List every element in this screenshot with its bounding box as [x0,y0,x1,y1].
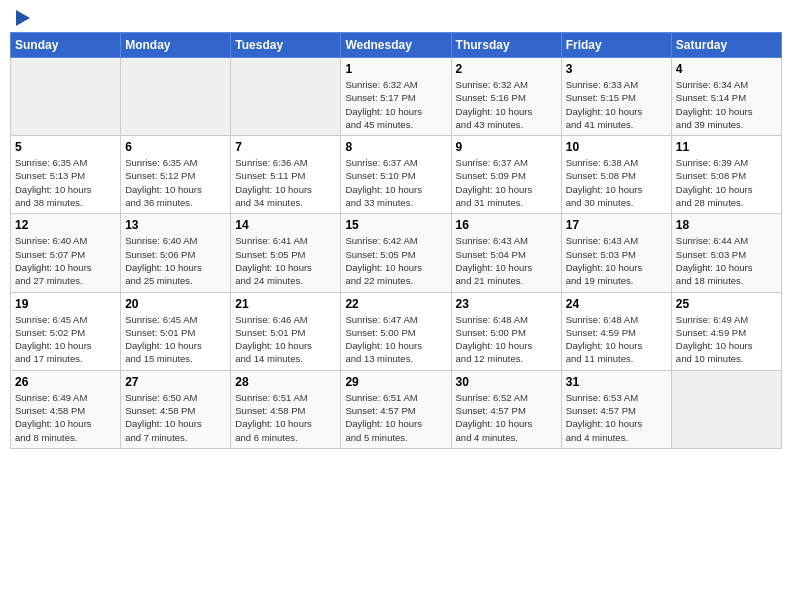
weekday-header-thursday: Thursday [451,33,561,58]
day-number: 4 [676,62,777,76]
day-number: 15 [345,218,446,232]
day-info: Sunrise: 6:40 AMSunset: 5:06 PMDaylight:… [125,234,226,287]
day-number: 5 [15,140,116,154]
calendar-cell: 17Sunrise: 6:43 AMSunset: 5:03 PMDayligh… [561,214,671,292]
day-info: Sunrise: 6:48 AMSunset: 5:00 PMDaylight:… [456,313,557,366]
day-number: 11 [676,140,777,154]
day-number: 12 [15,218,116,232]
day-info: Sunrise: 6:50 AMSunset: 4:58 PMDaylight:… [125,391,226,444]
calendar-cell: 12Sunrise: 6:40 AMSunset: 5:07 PMDayligh… [11,214,121,292]
calendar-cell: 28Sunrise: 6:51 AMSunset: 4:58 PMDayligh… [231,370,341,448]
day-info: Sunrise: 6:51 AMSunset: 4:57 PMDaylight:… [345,391,446,444]
calendar-cell [671,370,781,448]
weekday-header-monday: Monday [121,33,231,58]
day-info: Sunrise: 6:38 AMSunset: 5:08 PMDaylight:… [566,156,667,209]
logo-arrow-icon [16,10,30,26]
day-info: Sunrise: 6:51 AMSunset: 4:58 PMDaylight:… [235,391,336,444]
day-info: Sunrise: 6:45 AMSunset: 5:01 PMDaylight:… [125,313,226,366]
calendar-cell: 24Sunrise: 6:48 AMSunset: 4:59 PMDayligh… [561,292,671,370]
day-number: 27 [125,375,226,389]
calendar-cell: 18Sunrise: 6:44 AMSunset: 5:03 PMDayligh… [671,214,781,292]
calendar-cell: 29Sunrise: 6:51 AMSunset: 4:57 PMDayligh… [341,370,451,448]
weekday-header-sunday: Sunday [11,33,121,58]
day-info: Sunrise: 6:46 AMSunset: 5:01 PMDaylight:… [235,313,336,366]
calendar-body: 1Sunrise: 6:32 AMSunset: 5:17 PMDaylight… [11,58,782,449]
calendar-week-4: 19Sunrise: 6:45 AMSunset: 5:02 PMDayligh… [11,292,782,370]
day-number: 18 [676,218,777,232]
day-info: Sunrise: 6:49 AMSunset: 4:58 PMDaylight:… [15,391,116,444]
calendar-cell: 22Sunrise: 6:47 AMSunset: 5:00 PMDayligh… [341,292,451,370]
weekday-header-saturday: Saturday [671,33,781,58]
calendar-week-5: 26Sunrise: 6:49 AMSunset: 4:58 PMDayligh… [11,370,782,448]
calendar-cell: 19Sunrise: 6:45 AMSunset: 5:02 PMDayligh… [11,292,121,370]
day-number: 30 [456,375,557,389]
day-info: Sunrise: 6:37 AMSunset: 5:09 PMDaylight:… [456,156,557,209]
calendar-week-3: 12Sunrise: 6:40 AMSunset: 5:07 PMDayligh… [11,214,782,292]
day-info: Sunrise: 6:40 AMSunset: 5:07 PMDaylight:… [15,234,116,287]
weekday-row: SundayMondayTuesdayWednesdayThursdayFrid… [11,33,782,58]
day-number: 23 [456,297,557,311]
day-number: 1 [345,62,446,76]
calendar-cell: 16Sunrise: 6:43 AMSunset: 5:04 PMDayligh… [451,214,561,292]
calendar-cell: 25Sunrise: 6:49 AMSunset: 4:59 PMDayligh… [671,292,781,370]
day-info: Sunrise: 6:32 AMSunset: 5:16 PMDaylight:… [456,78,557,131]
calendar-cell: 13Sunrise: 6:40 AMSunset: 5:06 PMDayligh… [121,214,231,292]
day-number: 10 [566,140,667,154]
calendar: SundayMondayTuesdayWednesdayThursdayFrid… [10,32,782,449]
day-number: 8 [345,140,446,154]
day-number: 13 [125,218,226,232]
day-number: 6 [125,140,226,154]
day-info: Sunrise: 6:47 AMSunset: 5:00 PMDaylight:… [345,313,446,366]
day-info: Sunrise: 6:36 AMSunset: 5:11 PMDaylight:… [235,156,336,209]
day-info: Sunrise: 6:42 AMSunset: 5:05 PMDaylight:… [345,234,446,287]
day-info: Sunrise: 6:52 AMSunset: 4:57 PMDaylight:… [456,391,557,444]
day-info: Sunrise: 6:32 AMSunset: 5:17 PMDaylight:… [345,78,446,131]
calendar-cell: 2Sunrise: 6:32 AMSunset: 5:16 PMDaylight… [451,58,561,136]
day-number: 14 [235,218,336,232]
header [10,10,782,26]
day-number: 25 [676,297,777,311]
day-info: Sunrise: 6:43 AMSunset: 5:04 PMDaylight:… [456,234,557,287]
calendar-cell: 1Sunrise: 6:32 AMSunset: 5:17 PMDaylight… [341,58,451,136]
day-info: Sunrise: 6:48 AMSunset: 4:59 PMDaylight:… [566,313,667,366]
day-info: Sunrise: 6:44 AMSunset: 5:03 PMDaylight:… [676,234,777,287]
day-number: 7 [235,140,336,154]
day-number: 24 [566,297,667,311]
day-number: 26 [15,375,116,389]
day-info: Sunrise: 6:35 AMSunset: 5:13 PMDaylight:… [15,156,116,209]
calendar-cell [231,58,341,136]
weekday-header-wednesday: Wednesday [341,33,451,58]
calendar-cell: 31Sunrise: 6:53 AMSunset: 4:57 PMDayligh… [561,370,671,448]
day-info: Sunrise: 6:37 AMSunset: 5:10 PMDaylight:… [345,156,446,209]
day-info: Sunrise: 6:41 AMSunset: 5:05 PMDaylight:… [235,234,336,287]
day-info: Sunrise: 6:34 AMSunset: 5:14 PMDaylight:… [676,78,777,131]
calendar-cell: 23Sunrise: 6:48 AMSunset: 5:00 PMDayligh… [451,292,561,370]
day-number: 16 [456,218,557,232]
calendar-cell: 10Sunrise: 6:38 AMSunset: 5:08 PMDayligh… [561,136,671,214]
day-info: Sunrise: 6:43 AMSunset: 5:03 PMDaylight:… [566,234,667,287]
calendar-week-2: 5Sunrise: 6:35 AMSunset: 5:13 PMDaylight… [11,136,782,214]
day-number: 19 [15,297,116,311]
calendar-cell: 11Sunrise: 6:39 AMSunset: 5:08 PMDayligh… [671,136,781,214]
day-number: 22 [345,297,446,311]
calendar-cell: 26Sunrise: 6:49 AMSunset: 4:58 PMDayligh… [11,370,121,448]
calendar-cell: 3Sunrise: 6:33 AMSunset: 5:15 PMDaylight… [561,58,671,136]
calendar-cell: 20Sunrise: 6:45 AMSunset: 5:01 PMDayligh… [121,292,231,370]
day-number: 20 [125,297,226,311]
calendar-cell: 4Sunrise: 6:34 AMSunset: 5:14 PMDaylight… [671,58,781,136]
weekday-header-tuesday: Tuesday [231,33,341,58]
calendar-week-1: 1Sunrise: 6:32 AMSunset: 5:17 PMDaylight… [11,58,782,136]
calendar-cell [11,58,121,136]
calendar-cell: 14Sunrise: 6:41 AMSunset: 5:05 PMDayligh… [231,214,341,292]
calendar-cell: 27Sunrise: 6:50 AMSunset: 4:58 PMDayligh… [121,370,231,448]
day-info: Sunrise: 6:49 AMSunset: 4:59 PMDaylight:… [676,313,777,366]
calendar-cell: 9Sunrise: 6:37 AMSunset: 5:09 PMDaylight… [451,136,561,214]
day-number: 3 [566,62,667,76]
calendar-cell: 8Sunrise: 6:37 AMSunset: 5:10 PMDaylight… [341,136,451,214]
calendar-cell: 5Sunrise: 6:35 AMSunset: 5:13 PMDaylight… [11,136,121,214]
calendar-cell: 6Sunrise: 6:35 AMSunset: 5:12 PMDaylight… [121,136,231,214]
day-number: 9 [456,140,557,154]
day-info: Sunrise: 6:39 AMSunset: 5:08 PMDaylight:… [676,156,777,209]
day-number: 17 [566,218,667,232]
calendar-cell: 7Sunrise: 6:36 AMSunset: 5:11 PMDaylight… [231,136,341,214]
